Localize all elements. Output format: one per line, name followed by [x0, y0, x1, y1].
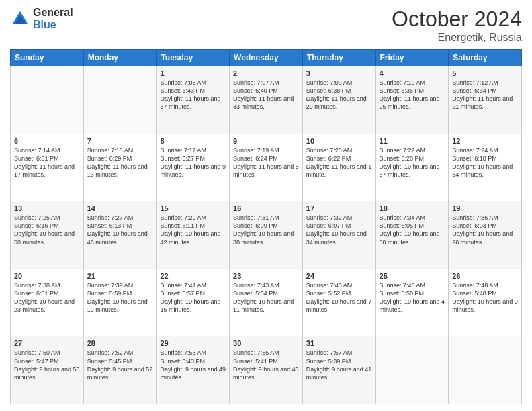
- month-title: October 2024: [392, 7, 522, 32]
- day-content: Sunrise: 7:48 AM Sunset: 5:48 PM Dayligh…: [452, 281, 518, 314]
- day-content: Sunrise: 7:15 AM Sunset: 6:29 PM Dayligh…: [87, 146, 153, 179]
- weekday-header-friday: Friday: [375, 50, 449, 66]
- day-content: Sunrise: 7:10 AM Sunset: 6:36 PM Dayligh…: [380, 79, 445, 111]
- week-row-3: 13Sunrise: 7:25 AM Sunset: 6:16 PM Dayli…: [11, 201, 522, 269]
- day-content: Sunrise: 7:14 AM Sunset: 6:31 PM Dayligh…: [14, 146, 80, 179]
- weekday-header-sunday: Sunday: [11, 50, 84, 66]
- day-content: Sunrise: 7:12 AM Sunset: 6:34 PM Dayligh…: [452, 79, 518, 111]
- calendar-cell: 29Sunrise: 7:53 AM Sunset: 5:43 PM Dayli…: [157, 336, 230, 404]
- day-content: Sunrise: 7:27 AM Sunset: 6:13 PM Dayligh…: [87, 214, 153, 246]
- calendar-cell: 30Sunrise: 7:55 AM Sunset: 5:41 PM Dayli…: [230, 336, 303, 404]
- day-number: 10: [306, 137, 372, 145]
- day-number: 27: [14, 339, 80, 347]
- day-number: 12: [452, 137, 518, 145]
- day-content: Sunrise: 7:50 AM Sunset: 5:47 PM Dayligh…: [14, 349, 80, 381]
- day-number: 29: [160, 339, 226, 347]
- calendar-cell: 6Sunrise: 7:14 AM Sunset: 6:31 PM Daylig…: [11, 134, 84, 201]
- weekday-header-monday: Monday: [83, 50, 157, 66]
- calendar-cell: [375, 336, 449, 404]
- day-content: Sunrise: 7:52 AM Sunset: 5:45 PM Dayligh…: [87, 349, 153, 381]
- calendar-cell: 5Sunrise: 7:12 AM Sunset: 6:34 PM Daylig…: [449, 66, 522, 134]
- day-number: 18: [380, 204, 445, 212]
- day-content: Sunrise: 7:07 AM Sunset: 6:40 PM Dayligh…: [233, 79, 299, 111]
- calendar-cell: 15Sunrise: 7:29 AM Sunset: 6:11 PM Dayli…: [157, 201, 230, 269]
- day-content: Sunrise: 7:22 AM Sunset: 6:20 PM Dayligh…: [380, 146, 445, 179]
- day-content: Sunrise: 7:24 AM Sunset: 6:18 PM Dayligh…: [452, 146, 518, 179]
- week-row-5: 27Sunrise: 7:50 AM Sunset: 5:47 PM Dayli…: [11, 336, 522, 404]
- calendar-cell: 24Sunrise: 7:45 AM Sunset: 5:52 PM Dayli…: [302, 269, 375, 336]
- weekday-header-saturday: Saturday: [449, 50, 522, 66]
- day-number: 16: [233, 204, 299, 212]
- day-number: 26: [452, 272, 518, 280]
- day-number: 6: [14, 137, 80, 145]
- calendar-cell: 10Sunrise: 7:20 AM Sunset: 6:22 PM Dayli…: [302, 134, 375, 201]
- day-number: 31: [306, 339, 372, 347]
- calendar-cell: 26Sunrise: 7:48 AM Sunset: 5:48 PM Dayli…: [449, 269, 522, 336]
- calendar-cell: 7Sunrise: 7:15 AM Sunset: 6:29 PM Daylig…: [83, 134, 157, 201]
- calendar-cell: 16Sunrise: 7:31 AM Sunset: 6:09 PM Dayli…: [230, 201, 303, 269]
- location-title: Energetik, Russia: [392, 32, 522, 44]
- calendar-cell: 17Sunrise: 7:32 AM Sunset: 6:07 PM Dayli…: [302, 201, 375, 269]
- day-number: 9: [233, 137, 299, 145]
- calendar-cell: 27Sunrise: 7:50 AM Sunset: 5:47 PM Dayli…: [11, 336, 84, 404]
- day-content: Sunrise: 7:09 AM Sunset: 6:38 PM Dayligh…: [306, 79, 372, 111]
- day-number: 14: [87, 204, 153, 212]
- calendar-cell: 2Sunrise: 7:07 AM Sunset: 6:40 PM Daylig…: [230, 66, 303, 134]
- day-number: 22: [160, 272, 226, 280]
- header: General Blue October 2024 Energetik, Rus…: [10, 7, 522, 44]
- day-number: 13: [14, 204, 80, 212]
- day-number: 19: [452, 204, 518, 212]
- calendar-cell: 31Sunrise: 7:57 AM Sunset: 5:39 PM Dayli…: [302, 336, 375, 404]
- calendar-cell: 28Sunrise: 7:52 AM Sunset: 5:45 PM Dayli…: [83, 336, 157, 404]
- calendar-cell: 11Sunrise: 7:22 AM Sunset: 6:20 PM Dayli…: [375, 134, 449, 201]
- day-number: 17: [306, 204, 372, 212]
- day-number: 8: [160, 137, 226, 145]
- week-row-2: 6Sunrise: 7:14 AM Sunset: 6:31 PM Daylig…: [11, 134, 522, 201]
- calendar-table: SundayMondayTuesdayWednesdayThursdayFrid…: [10, 49, 522, 404]
- calendar-cell: 9Sunrise: 7:19 AM Sunset: 6:24 PM Daylig…: [230, 134, 303, 201]
- day-content: Sunrise: 7:32 AM Sunset: 6:07 PM Dayligh…: [306, 214, 372, 246]
- week-row-1: 1Sunrise: 7:05 AM Sunset: 6:43 PM Daylig…: [11, 66, 522, 134]
- day-number: 4: [380, 69, 445, 77]
- day-content: Sunrise: 7:55 AM Sunset: 5:41 PM Dayligh…: [233, 349, 299, 381]
- calendar-cell: 18Sunrise: 7:34 AM Sunset: 6:05 PM Dayli…: [375, 201, 449, 269]
- calendar-page: General Blue October 2024 Energetik, Rus…: [0, 0, 532, 411]
- logo-icon: [10, 9, 30, 29]
- calendar-cell: 4Sunrise: 7:10 AM Sunset: 6:36 PM Daylig…: [375, 66, 449, 134]
- day-number: 20: [14, 272, 80, 280]
- calendar-cell: 13Sunrise: 7:25 AM Sunset: 6:16 PM Dayli…: [11, 201, 84, 269]
- day-content: Sunrise: 7:45 AM Sunset: 5:52 PM Dayligh…: [306, 281, 372, 314]
- title-block: October 2024 Energetik, Russia: [392, 7, 522, 44]
- weekday-header-thursday: Thursday: [302, 50, 375, 66]
- day-number: 23: [233, 272, 299, 280]
- logo: General Blue: [10, 7, 73, 30]
- calendar-cell: 19Sunrise: 7:36 AM Sunset: 6:03 PM Dayli…: [449, 201, 522, 269]
- day-content: Sunrise: 7:19 AM Sunset: 6:24 PM Dayligh…: [233, 146, 299, 179]
- calendar-cell: [11, 66, 84, 134]
- calendar-cell: 8Sunrise: 7:17 AM Sunset: 6:27 PM Daylig…: [157, 134, 230, 201]
- day-number: 3: [306, 69, 372, 77]
- weekday-header-wednesday: Wednesday: [230, 50, 303, 66]
- day-content: Sunrise: 7:05 AM Sunset: 6:43 PM Dayligh…: [160, 79, 226, 111]
- day-content: Sunrise: 7:46 AM Sunset: 5:50 PM Dayligh…: [380, 281, 445, 314]
- day-content: Sunrise: 7:20 AM Sunset: 6:22 PM Dayligh…: [306, 146, 372, 179]
- calendar-cell: [83, 66, 157, 134]
- logo-blue: Blue: [33, 19, 73, 31]
- day-number: 24: [306, 272, 372, 280]
- calendar-cell: 23Sunrise: 7:43 AM Sunset: 5:54 PM Dayli…: [230, 269, 303, 336]
- logo-text: General Blue: [33, 7, 73, 30]
- day-number: 11: [380, 137, 445, 145]
- day-number: 21: [87, 272, 153, 280]
- week-row-4: 20Sunrise: 7:38 AM Sunset: 6:01 PM Dayli…: [11, 269, 522, 336]
- day-content: Sunrise: 7:34 AM Sunset: 6:05 PM Dayligh…: [380, 214, 445, 246]
- day-content: Sunrise: 7:17 AM Sunset: 6:27 PM Dayligh…: [160, 146, 226, 179]
- calendar-cell: 12Sunrise: 7:24 AM Sunset: 6:18 PM Dayli…: [449, 134, 522, 201]
- day-number: 15: [160, 204, 226, 212]
- logo-general: General: [33, 7, 73, 19]
- day-content: Sunrise: 7:43 AM Sunset: 5:54 PM Dayligh…: [233, 281, 299, 314]
- day-content: Sunrise: 7:39 AM Sunset: 5:59 PM Dayligh…: [87, 281, 153, 314]
- calendar-cell: 14Sunrise: 7:27 AM Sunset: 6:13 PM Dayli…: [83, 201, 157, 269]
- calendar-cell: 22Sunrise: 7:41 AM Sunset: 5:57 PM Dayli…: [157, 269, 230, 336]
- day-content: Sunrise: 7:25 AM Sunset: 6:16 PM Dayligh…: [14, 214, 80, 246]
- calendar-cell: 1Sunrise: 7:05 AM Sunset: 6:43 PM Daylig…: [157, 66, 230, 134]
